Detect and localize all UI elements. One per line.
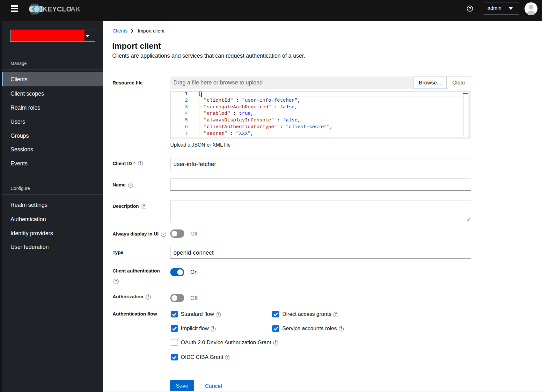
svg-text:AK: AK xyxy=(70,5,81,13)
svg-text:KEYCLO: KEYCLO xyxy=(42,5,72,13)
svg-text:?: ? xyxy=(469,6,471,11)
